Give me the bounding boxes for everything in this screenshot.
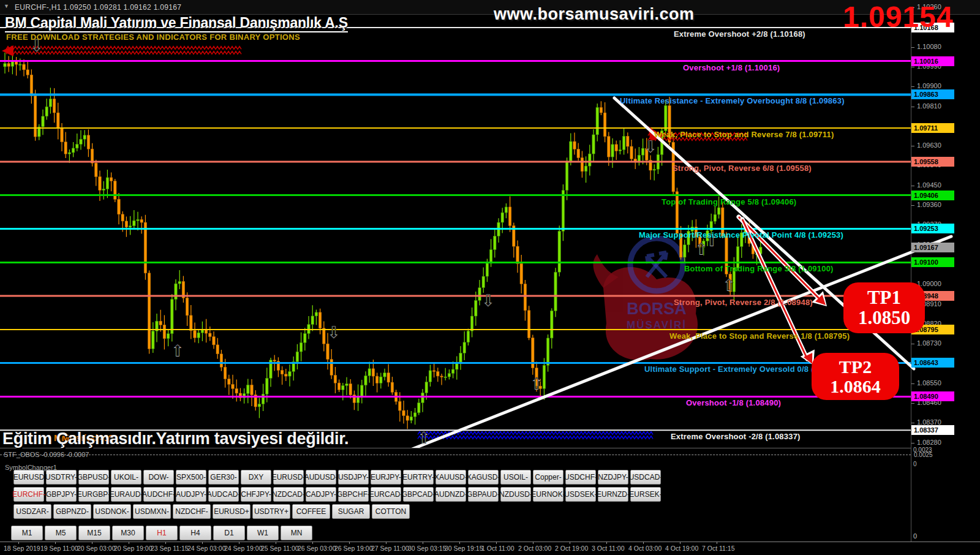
price-tick-label: 1.09180 [917, 241, 941, 248]
symbol-button-usdnok[interactable]: USDNOK- [93, 504, 131, 519]
symbol-button-eurtry[interactable]: EURTRY- [403, 470, 434, 485]
symbol-button-eurcad[interactable]: EURCAD- [371, 487, 401, 502]
symbol-button-gbpusd[interactable]: GBPUSD- [78, 470, 109, 485]
time-tick-mark [349, 542, 350, 544]
murrey-level-label: Extreme Overshoot +2/8 (1.10168) [674, 29, 805, 39]
indicator-scale-label: 0.0025 [914, 451, 933, 458]
symbol-button-audusd[interactable]: AUDUSD- [306, 470, 336, 485]
price-tick-mark [911, 107, 914, 107]
symbol-button-gbpjpy[interactable]: GBPJPY- [46, 487, 77, 502]
time-tick-mark [312, 542, 313, 544]
time-tick-mark [129, 542, 129, 544]
symbol-button-eurnzd[interactable]: EURNZD- [598, 487, 628, 502]
symbol-button-ukoil[interactable]: UKOIL- [111, 470, 141, 485]
symbol-button-nzdcad[interactable]: NZDCAD- [273, 487, 304, 502]
symbol-button-ger30[interactable]: GER30- [208, 470, 239, 485]
timeframe-button-h1[interactable]: H1 [146, 526, 178, 540]
time-tick-mark [239, 542, 239, 544]
symbol-button-eurchf[interactable]: EURCHF- [13, 487, 44, 502]
zigzag-line [648, 138, 747, 141]
timeframe-button-m30[interactable]: M30 [112, 526, 144, 540]
symbol-button-nzdchf[interactable]: NZDCHF- [173, 504, 211, 519]
symbol-button-chfjpy[interactable]: CHFJPY- [241, 487, 271, 502]
price-tick-mark [911, 205, 914, 206]
time-axis-label: 19 Sep 11:00 [40, 545, 78, 552]
timeframe-button-w1[interactable]: W1 [247, 526, 279, 540]
timeframe-button-d1[interactable]: D1 [213, 526, 245, 540]
time-tick-mark [459, 542, 460, 544]
tp1-label: TP1 [843, 288, 925, 308]
symbol-button-gbpnzd[interactable]: GBPNZD- [53, 504, 91, 519]
symbol-button-cotton[interactable]: COTTON [372, 504, 410, 519]
symbol-button-euraud[interactable]: EURAUD- [111, 487, 141, 502]
symbol-button-eurjpy[interactable]: EURJPY- [371, 470, 401, 485]
indicator-value-1: -0.0996 [42, 451, 64, 458]
symbol-button-gbpcad[interactable]: GBPCAD- [403, 487, 434, 502]
zigzag-line [418, 436, 653, 439]
symbol-button-eurusd[interactable]: EURUSD- [273, 470, 304, 485]
murrey-level-label: Strong, Pivot, Reverse 6/8 (1.09558) [673, 164, 812, 173]
symbol-button-xagusd[interactable]: XAGUSD- [468, 470, 499, 485]
symbol-button-usdcad[interactable]: USDCAD- [630, 470, 661, 485]
symbol-button-xauusd[interactable]: XAUUSD- [435, 470, 466, 485]
price-tick-mark [911, 443, 914, 444]
symbol-button-eurusd[interactable]: EURUSD+ [213, 504, 251, 519]
time-axis-label: 27 Sep 11:00 [371, 545, 409, 552]
time-tick-mark [92, 542, 92, 544]
symbol-button-cadjpy[interactable]: CADJPY- [306, 487, 336, 502]
symbol-button-gbpaud[interactable]: GBPAUD- [468, 487, 499, 502]
symbol-button-audjpy[interactable]: AUDJPY- [176, 487, 206, 502]
symbol-button-eursek[interactable]: EURSEK- [630, 487, 661, 502]
symbol-button-usoil[interactable]: USOIL- [500, 470, 531, 485]
symbol-button-nzdjpy[interactable]: NZDJPY- [598, 470, 628, 485]
price-tick-mark [911, 265, 914, 265]
symbol-button-usdzar[interactable]: USDZAR- [13, 504, 51, 519]
symbol-button-usdjpy[interactable]: USDJPY- [338, 470, 369, 485]
symbol-button-audcad[interactable]: AUDCAD- [208, 487, 239, 502]
symbol-button-usdmxn[interactable]: USDMXN- [133, 504, 171, 519]
timeframe-button-mn[interactable]: MN [281, 526, 312, 540]
murrey-level-label: Ultimate Resistance - Extremely Overboug… [620, 96, 845, 105]
symbol-button-sugar[interactable]: SUGAR [332, 504, 370, 519]
tp1-price: 1.0850 [843, 308, 925, 328]
timeframe-row: M1M5M15M30H1H4D1W1MN [11, 526, 312, 540]
symbol-button-audchf[interactable]: AUDCHF- [143, 487, 174, 502]
symbol-button-spx500[interactable]: SPX500- [176, 470, 206, 485]
time-axis-label: 25 Sep 11:00 [261, 545, 299, 552]
price-tick-label: 1.08730 [917, 339, 941, 347]
price-tick-label: 1.09270 [917, 221, 941, 228]
symbol-button-nzdusd[interactable]: NZDUSD- [500, 487, 531, 502]
price-tick-mark [911, 186, 914, 186]
symbol-button-usdchf[interactable]: USDCHF- [565, 470, 596, 485]
symbol-button-dow[interactable]: DOW- [143, 470, 174, 485]
symbol-button-audnzd[interactable]: AUDNZD- [435, 487, 466, 502]
take-profit-2-box: TP2 1.0864 [812, 353, 899, 400]
price-tick-mark [911, 344, 914, 344]
time-axis-label: 24 Sep 19:00 [224, 545, 262, 552]
indicator-value-2: -0.0007 [66, 451, 89, 458]
symbol-button-gbpchf[interactable]: GBPCHF- [338, 487, 369, 502]
symbol-button-coffee[interactable]: COFFEE [292, 504, 330, 519]
timeframe-button-m15[interactable]: M15 [78, 526, 110, 540]
timeframe-button-h4[interactable]: H4 [179, 526, 211, 540]
symbol-button-copper[interactable]: Copper- [533, 470, 564, 485]
chart-dropdown-icon[interactable]: ▼ [4, 3, 9, 9]
symbol-changer-pane: SymbolChanger1 EURUSDUSDTRY-GBPUSD-UKOIL… [0, 462, 911, 542]
symbol-button-eurnok[interactable]: EURNOK- [533, 487, 564, 502]
murrey-level-label: Weak, Place to Stop and Reverse 1/8 (1.0… [669, 331, 850, 341]
symbol-button-dxy[interactable]: DXY [241, 470, 271, 485]
left-red-arrowhead [2, 45, 13, 56]
symbol-button-usdtry[interactable]: USDTRY+ [252, 504, 290, 519]
symbol-button-eurgbp[interactable]: EURGBP- [78, 487, 109, 502]
time-tick-mark [606, 542, 607, 544]
timeframe-button-m5[interactable]: M5 [45, 526, 77, 540]
symbol-button-usdtry[interactable]: USDTRY- [46, 470, 77, 485]
timeframe-button-m1[interactable]: M1 [11, 526, 43, 540]
mt4-up-arrow-icon: ⇧ [705, 231, 719, 250]
symbol-button-eurusd[interactable]: EURUSD [13, 470, 44, 485]
price-tick-label: 1.08550 [917, 379, 941, 387]
time-axis-label: 30 Sep 19:15 [445, 545, 483, 552]
price-tick-mark [911, 383, 914, 384]
symbol-button-usdsek[interactable]: USDSEK- [565, 487, 596, 502]
price-axis-panel: 1.102601.100801.099901.099001.098101.096… [911, 15, 980, 542]
